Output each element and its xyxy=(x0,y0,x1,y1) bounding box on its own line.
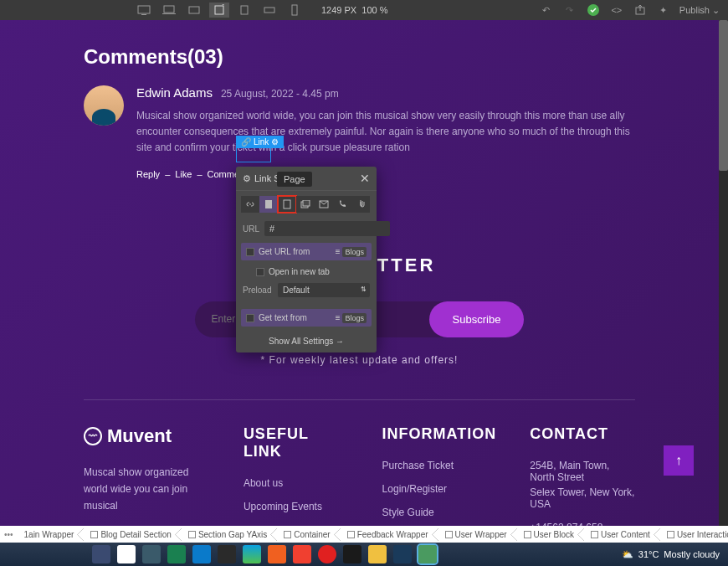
taskbar-app-icon[interactable] xyxy=(293,545,311,563)
editor-topbar: 1249 PX 100 % ↶ ↷ <> ✦ Publish ⌄ xyxy=(0,0,728,20)
taskbar-app-icon[interactable] xyxy=(368,545,387,563)
svg-rect-11 xyxy=(265,200,272,208)
link-tab-file-icon[interactable] xyxy=(351,196,370,213)
taskbar-app-icon[interactable] xyxy=(268,545,286,563)
taskbar-app-icon[interactable] xyxy=(218,545,236,563)
link-type-tabs xyxy=(236,191,377,218)
checkbox[interactable] xyxy=(246,314,254,322)
get-text-row[interactable]: Get text from ≡ Blogs xyxy=(241,309,372,327)
svg-rect-1 xyxy=(141,14,146,15)
gear-icon[interactable]: ⚙ xyxy=(271,137,279,147)
taskbar-app-icon[interactable] xyxy=(142,545,161,563)
brand-description: Muscal show organized world wide you can… xyxy=(84,464,210,515)
contact-address: 254B, Main Town, North Street xyxy=(530,460,635,483)
preload-label: Preload xyxy=(243,286,273,295)
taskbar-app-icon[interactable] xyxy=(243,545,261,563)
preload-select[interactable]: Default xyxy=(278,283,370,297)
device-switcher xyxy=(134,3,305,18)
device-phone-wide-icon[interactable] xyxy=(259,3,279,18)
information-title: INFORMATION xyxy=(382,425,497,443)
breadcrumb-more[interactable]: ••• xyxy=(0,530,18,539)
like-link[interactable]: Like xyxy=(175,169,192,179)
close-icon[interactable]: ✕ xyxy=(360,172,370,185)
footer-link[interactable]: Login/Register xyxy=(382,483,497,495)
vertical-scrollbar[interactable] xyxy=(719,20,728,526)
share-icon[interactable] xyxy=(633,3,648,18)
breadcrumb-item[interactable]: User Content xyxy=(584,527,660,542)
get-url-row[interactable]: Get URL from ≡ Blogs xyxy=(241,243,372,260)
comments-heading: Comments(03) xyxy=(84,45,635,69)
url-input[interactable] xyxy=(264,221,390,236)
link-element-badge[interactable]: 🔗 Link ⚙ xyxy=(236,136,284,148)
publish-button[interactable]: Publish ⌄ xyxy=(679,5,720,16)
breadcrumb-item[interactable]: Container xyxy=(277,527,340,542)
comment-block: Edwin Adams 25 August, 2022 - 4.45 pm Mu… xyxy=(84,85,635,179)
scroll-top-button[interactable]: ↑ xyxy=(664,445,694,476)
svg-rect-3 xyxy=(162,13,176,14)
code-icon[interactable]: <> xyxy=(609,3,624,18)
breadcrumb-item[interactable]: User Interaction Block xyxy=(660,527,728,542)
taskbar-app-icon[interactable] xyxy=(343,545,361,563)
svg-rect-4 xyxy=(189,7,199,13)
breadcrumb-item[interactable]: Blog Detail Section xyxy=(84,527,182,542)
taskbar-app-icon[interactable] xyxy=(393,545,412,563)
redo-icon[interactable]: ↷ xyxy=(562,3,577,18)
checkbox[interactable] xyxy=(246,248,254,256)
taskbar-app-icon[interactable] xyxy=(117,545,136,563)
breadcrumb-item[interactable]: User Block xyxy=(517,527,584,542)
device-phone-icon[interactable] xyxy=(285,3,305,18)
undo-icon[interactable]: ↶ xyxy=(539,3,554,18)
selected-link-box[interactable] xyxy=(236,147,271,162)
link-tab-popup-icon[interactable] xyxy=(296,196,315,213)
footer-link[interactable]: Style Guide xyxy=(382,507,497,518)
svg-rect-5 xyxy=(215,6,223,14)
link-tab-block-icon[interactable] xyxy=(259,196,278,213)
reply-link[interactable]: Reply xyxy=(136,169,160,179)
device-tablet-wide-icon[interactable] xyxy=(184,3,204,18)
svg-rect-6 xyxy=(241,6,248,14)
taskbar-app-icon[interactable] xyxy=(192,545,211,563)
newsletter-note: * For weekly latest update and offers! xyxy=(84,354,635,366)
rocket-icon: ✦ xyxy=(656,3,671,18)
footer-link[interactable]: Purchase Ticket xyxy=(382,460,497,471)
breadcrumb: ••• 1ain Wrapper Blog Detail Section Sec… xyxy=(0,526,728,543)
footer-link[interactable]: About us xyxy=(244,477,349,489)
subscribe-button[interactable]: Subscribe xyxy=(429,301,525,337)
svg-rect-12 xyxy=(284,200,290,208)
open-new-tab-row[interactable]: Open in new tab xyxy=(236,264,377,280)
divider xyxy=(84,399,635,400)
windows-taskbar: ⛅ 31°C Mostly cloudy xyxy=(0,543,728,566)
gear-icon: ⚙ xyxy=(243,173,251,184)
avatar xyxy=(84,85,124,126)
show-all-settings[interactable]: Show All Settings → xyxy=(236,330,377,352)
link-tab-url-icon[interactable] xyxy=(241,196,259,213)
weather-icon: ⛅ xyxy=(622,549,633,560)
svg-rect-2 xyxy=(164,6,174,13)
breadcrumb-item[interactable]: Section Gap YAxis xyxy=(182,527,277,542)
footer-link[interactable]: Upcoming Events xyxy=(244,501,349,512)
page-tooltip: Page xyxy=(277,172,312,187)
comment-text: Musical show organized world wide, you c… xyxy=(136,108,635,157)
breadcrumb-item[interactable]: Feedback Wrapper xyxy=(341,527,438,542)
link-tab-phone-icon[interactable] xyxy=(333,196,351,213)
svg-rect-7 xyxy=(264,8,274,13)
link-tab-email-icon[interactable] xyxy=(315,196,333,213)
checkbox[interactable] xyxy=(256,268,264,276)
status-ok-icon[interactable] xyxy=(586,3,601,18)
comment-date: 25 August, 2022 - 4.45 pm xyxy=(221,88,339,100)
link-tab-page-icon[interactable] xyxy=(278,196,296,213)
taskbar-app-icon[interactable] xyxy=(318,545,336,563)
comment-actions: Reply – Like – Comments xyxy=(136,169,635,179)
device-laptop-icon[interactable] xyxy=(159,3,179,18)
device-tablet-icon[interactable] xyxy=(209,3,229,18)
svg-rect-0 xyxy=(138,6,150,13)
device-desktop-icon[interactable] xyxy=(134,3,154,18)
breadcrumb-item[interactable]: User Wrapper xyxy=(438,527,517,542)
taskbar-app-icon[interactable] xyxy=(167,545,186,563)
weather-text: Mostly cloudy xyxy=(664,549,720,559)
link-settings-popup: ⚙ Link Se ✕ URL Get URL from ≡ Blogs Ope… xyxy=(236,167,377,352)
taskbar-app-icon[interactable] xyxy=(92,545,110,563)
device-tablet-small-icon[interactable] xyxy=(234,3,254,18)
breadcrumb-item[interactable]: 1ain Wrapper xyxy=(18,527,85,542)
taskbar-chrome-icon[interactable] xyxy=(418,545,437,563)
